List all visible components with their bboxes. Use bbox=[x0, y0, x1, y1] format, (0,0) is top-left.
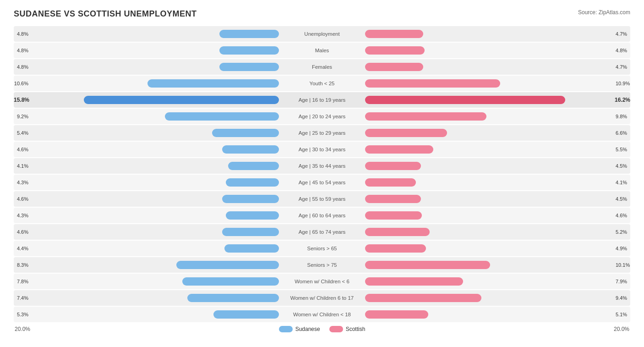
bar-row: 4.3% Age | 45 to 54 years 4.1% bbox=[14, 175, 630, 190]
left-section: 15.8% bbox=[14, 96, 281, 104]
bar-wrapper: 4.4% Seniors > 65 4.9% bbox=[14, 244, 630, 253]
bar-blue bbox=[228, 162, 279, 170]
left-value: 7.4% bbox=[14, 295, 31, 301]
bar-wrapper: 4.8% Males 4.8% bbox=[14, 46, 630, 55]
chart-container: SUDANESE VS SCOTTISH UNEMPLOYMENT Source… bbox=[14, 9, 630, 332]
center-label: Age | 25 to 29 years bbox=[281, 130, 363, 136]
bar-pink bbox=[365, 294, 481, 302]
left-section: 4.4% bbox=[14, 244, 281, 253]
bar-row: 4.6% Age | 65 to 74 years 5.2% bbox=[14, 224, 630, 240]
bar-wrapper: 4.3% Age | 45 to 54 years 4.1% bbox=[14, 178, 630, 187]
left-section: 5.4% bbox=[14, 129, 281, 137]
bar-row: 4.8% Females 4.7% bbox=[14, 59, 630, 75]
center-label: Age | 30 to 34 years bbox=[281, 147, 363, 152]
right-section: 7.9% bbox=[363, 277, 630, 286]
bar-blue bbox=[84, 96, 279, 104]
right-section: 5.2% bbox=[363, 228, 630, 236]
center-label: Age | 16 to 19 years bbox=[281, 97, 363, 103]
right-bar-container bbox=[365, 195, 613, 203]
bar-row: 9.2% Age | 20 to 24 years 9.8% bbox=[14, 109, 630, 124]
bar-wrapper: 10.6% Youth < 25 10.9% bbox=[14, 79, 630, 88]
left-value: 4.6% bbox=[14, 229, 31, 235]
left-bar-container bbox=[31, 244, 279, 253]
left-value: 4.3% bbox=[14, 180, 31, 185]
right-bar-container bbox=[365, 228, 613, 236]
right-bar-container bbox=[365, 96, 612, 104]
right-section: 10.9% bbox=[363, 79, 630, 88]
left-section: 4.8% bbox=[14, 63, 281, 71]
center-label: Seniors > 65 bbox=[281, 246, 363, 251]
right-section: 10.1% bbox=[363, 261, 630, 269]
left-bar-container bbox=[31, 145, 279, 154]
center-label: Women w/ Children 6 to 17 bbox=[281, 295, 363, 301]
right-section: 9.4% bbox=[363, 294, 630, 302]
bar-blue bbox=[222, 195, 279, 203]
right-value: 4.9% bbox=[613, 246, 630, 251]
left-section: 10.6% bbox=[14, 79, 281, 88]
left-bar-container bbox=[31, 211, 279, 220]
left-bar-container bbox=[31, 63, 279, 71]
bar-wrapper: 4.6% Age | 55 to 59 years 4.5% bbox=[14, 195, 630, 203]
left-section: 4.6% bbox=[14, 228, 281, 236]
left-bar-container bbox=[32, 96, 279, 104]
center-label: Age | 55 to 59 years bbox=[281, 196, 363, 202]
bar-wrapper: 4.3% Age | 60 to 64 years 4.6% bbox=[14, 211, 630, 220]
bar-wrapper: 5.4% Age | 25 to 29 years 6.6% bbox=[14, 129, 630, 137]
right-section: 5.5% bbox=[363, 145, 630, 154]
bar-pink bbox=[365, 129, 447, 137]
center-label: Age | 65 to 74 years bbox=[281, 229, 363, 235]
bar-row: 7.4% Women w/ Children 6 to 17 9.4% bbox=[14, 290, 630, 306]
bar-pink bbox=[365, 178, 416, 187]
bar-pink bbox=[365, 46, 425, 55]
right-section: 9.8% bbox=[363, 112, 630, 121]
bar-blue bbox=[226, 178, 279, 187]
bar-pink bbox=[365, 277, 463, 286]
left-value: 4.3% bbox=[14, 213, 31, 218]
left-bar-container bbox=[31, 30, 279, 38]
right-bar-container bbox=[365, 30, 613, 38]
bar-wrapper: 4.8% Females 4.7% bbox=[14, 63, 630, 71]
left-value: 4.6% bbox=[14, 196, 31, 202]
bar-pink bbox=[365, 211, 422, 220]
left-bar-container bbox=[31, 112, 279, 121]
right-value: 10.1% bbox=[613, 262, 630, 268]
left-section: 8.3% bbox=[14, 261, 281, 269]
bar-row: 4.8% Unemployment 4.7% bbox=[14, 26, 630, 42]
left-section: 9.2% bbox=[14, 112, 281, 121]
legend-label-sudanese: Sudanese bbox=[295, 326, 320, 332]
left-value: 10.6% bbox=[14, 81, 31, 86]
bar-blue bbox=[212, 129, 279, 137]
left-section: 4.6% bbox=[14, 145, 281, 154]
center-label: Women w/ Children < 6 bbox=[281, 279, 363, 284]
bar-row: 5.4% Age | 25 to 29 years 6.6% bbox=[14, 125, 630, 141]
right-section: 6.6% bbox=[363, 129, 630, 137]
bar-wrapper: 4.8% Unemployment 4.7% bbox=[14, 30, 630, 38]
center-label: Women w/ Children < 18 bbox=[281, 312, 363, 317]
bar-pink bbox=[365, 261, 490, 269]
right-section: 16.2% bbox=[363, 96, 630, 104]
right-bar-container bbox=[365, 277, 613, 286]
left-bar-container bbox=[31, 195, 279, 203]
bar-wrapper: 9.2% Age | 20 to 24 years 9.8% bbox=[14, 112, 630, 121]
chart-header: SUDANESE VS SCOTTISH UNEMPLOYMENT Source… bbox=[14, 9, 630, 19]
right-value: 4.6% bbox=[613, 213, 630, 218]
right-bar-container bbox=[365, 244, 613, 253]
left-value: 4.8% bbox=[14, 31, 31, 37]
bar-pink bbox=[365, 244, 426, 253]
right-bar-container bbox=[365, 211, 613, 220]
left-section: 4.6% bbox=[14, 195, 281, 203]
bar-blue bbox=[219, 63, 279, 71]
bar-blue bbox=[219, 30, 279, 38]
bar-wrapper: 7.4% Women w/ Children 6 to 17 9.4% bbox=[14, 294, 630, 302]
left-section: 5.3% bbox=[14, 310, 281, 319]
legend-color-sudanese bbox=[279, 326, 293, 332]
right-section: 4.7% bbox=[363, 30, 630, 38]
bar-pink bbox=[365, 79, 500, 88]
chart-source: Source: ZipAtlas.com bbox=[578, 9, 630, 16]
right-section: 4.5% bbox=[363, 162, 630, 170]
bar-wrapper: 5.3% Women w/ Children < 18 5.1% bbox=[14, 310, 630, 319]
center-label: Age | 20 to 24 years bbox=[281, 114, 363, 119]
left-value: 4.8% bbox=[14, 48, 31, 53]
left-bar-container bbox=[31, 46, 279, 55]
left-section: 7.4% bbox=[14, 294, 281, 302]
